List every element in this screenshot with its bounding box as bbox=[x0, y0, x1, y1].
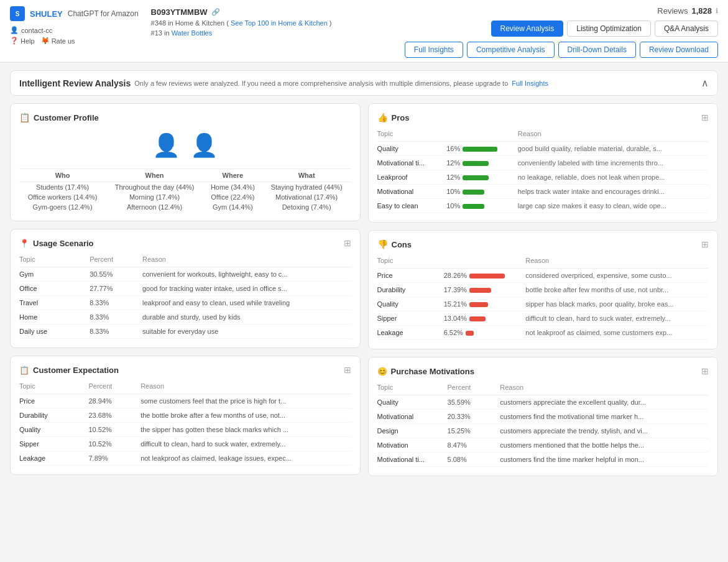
collapse-icon[interactable]: ∧ bbox=[701, 77, 709, 89]
motivations-grid-icon[interactable]: ⊞ bbox=[701, 366, 709, 376]
exp-cell-percent: 10.52% bbox=[89, 437, 141, 451]
profile-icon: 📋 bbox=[19, 113, 30, 122]
rank1-link[interactable]: See Top 100 in Home & Kitchen bbox=[231, 19, 328, 27]
usage-cell-topic: Home bbox=[19, 310, 90, 325]
male-avatar: 👤 bbox=[152, 132, 180, 159]
expectation-grid-icon[interactable]: ⊞ bbox=[344, 365, 351, 375]
profile-cell: Morning (17.4%) bbox=[106, 192, 203, 202]
tab-review-analysis[interactable]: Review Analysis bbox=[491, 21, 564, 37]
product-info: B093YTMMBW 🔗 #348 in Home & Kitchen ( Se… bbox=[151, 6, 392, 37]
pros-topic: Motivational ti... bbox=[377, 156, 447, 170]
usage-table: Topic Percent Reason Gym30.55%convenient… bbox=[19, 253, 351, 339]
pros-percent-bar: 10% bbox=[446, 185, 518, 199]
expectation-icon: 📋 bbox=[19, 366, 29, 375]
help-link[interactable]: ❓ Help bbox=[10, 37, 35, 45]
customer-expectation-card: 📋 Customer Expectation ⊞ Topic Percent R… bbox=[10, 356, 361, 475]
exp-col-reason: Reason bbox=[141, 380, 351, 394]
profile-cell: Office workers (14.4%) bbox=[19, 192, 106, 202]
mot-cell-topic: Motivational ti... bbox=[377, 453, 448, 467]
usage-cell-percent: 30.55% bbox=[90, 267, 142, 282]
pros-reason: conveniently labeled with time increment… bbox=[518, 156, 709, 170]
female-avatar: 👤 bbox=[190, 132, 218, 159]
pros-topic: Quality bbox=[377, 142, 447, 156]
secondary-tabs: Full Insights Competitive Analysis Drill… bbox=[405, 42, 718, 58]
profile-table: Who When Where What Students (17.4%)Thro… bbox=[19, 168, 351, 212]
tab-drill-down-details[interactable]: Drill-Down Details bbox=[558, 42, 636, 58]
usage-cell-reason: durable and sturdy, used by kids bbox=[142, 310, 351, 325]
pros-grid-icon[interactable]: ⊞ bbox=[701, 113, 709, 122]
motivations-row: Motivational20.33%customers find the mot… bbox=[377, 410, 709, 424]
upgrade-link[interactable]: Full Insights bbox=[512, 80, 548, 87]
mot-cell-percent: 5.08% bbox=[448, 453, 500, 467]
pros-table: Topic Reason Quality16%good build qualit… bbox=[377, 127, 709, 213]
mot-cell-reason: customers find the motivational time mar… bbox=[500, 410, 709, 424]
user-info: 👤 contact-cc bbox=[10, 26, 139, 34]
col-when: When bbox=[106, 169, 203, 182]
pros-percent-bar: 12% bbox=[446, 170, 518, 185]
motivations-title: Purchase Motivations bbox=[391, 367, 474, 376]
expectation-row: Price28.94%some customers feel that the … bbox=[19, 394, 351, 408]
exp-cell-percent: 28.94% bbox=[89, 394, 141, 408]
logo-area: S SHULEY ChatGPT for Amazon 👤 contact-cc… bbox=[10, 6, 139, 45]
usage-row: Gym30.55%convenient for workouts, lightw… bbox=[19, 267, 351, 282]
mot-col-reason: Reason bbox=[500, 381, 709, 395]
tab-listing-optimization[interactable]: Listing Optimization bbox=[567, 21, 651, 37]
info-icon[interactable]: ℹ bbox=[716, 7, 718, 15]
cons-topic: Price bbox=[377, 269, 444, 283]
pros-row: Motivational ti...12%conveniently labele… bbox=[377, 156, 709, 170]
cons-grid-icon[interactable]: ⊞ bbox=[701, 239, 709, 249]
rate-link[interactable]: 🦊 Rate us bbox=[41, 37, 75, 45]
tab-full-insights[interactable]: Full Insights bbox=[405, 42, 463, 58]
exp-cell-reason: some customers feel that the price is hi… bbox=[141, 394, 351, 408]
tab-qa-analysis[interactable]: Q&A Analysis bbox=[655, 21, 718, 37]
reviews-label: Reviews bbox=[657, 6, 688, 16]
left-column: 📋 Customer Profile 👤 👤 Who When Where Wh… bbox=[10, 103, 361, 476]
mot-cell-percent: 20.33% bbox=[448, 410, 500, 424]
cons-reason: bottle broke after few months of use, no… bbox=[525, 283, 709, 297]
usage-cell-topic: Daily use bbox=[19, 325, 90, 339]
rank2-link[interactable]: Water Bottles bbox=[172, 29, 213, 37]
cons-col-reason: Reason bbox=[525, 254, 709, 269]
cons-reason: not leakproof as claimed, some customers… bbox=[525, 326, 709, 340]
cons-topic: Durability bbox=[377, 283, 444, 297]
usage-row: Office27.77%good for tracking water inta… bbox=[19, 282, 351, 296]
expectation-row: Leakage7.89%not leakproof as claimed, le… bbox=[19, 451, 351, 466]
profile-cell: Staying hydrated (44%) bbox=[262, 182, 351, 193]
exp-cell-topic: Quality bbox=[19, 423, 89, 437]
cons-topic: Sipper bbox=[377, 311, 444, 326]
profile-cell: Afternoon (12.4%) bbox=[106, 202, 203, 212]
usage-col-reason: Reason bbox=[142, 253, 351, 267]
cons-reason: sipper has black marks, poor quality, br… bbox=[525, 297, 709, 311]
usage-cell-percent: 8.33% bbox=[90, 310, 142, 325]
mot-col-percent: Percent bbox=[448, 381, 500, 395]
mot-cell-percent: 15.25% bbox=[448, 424, 500, 438]
rank1: #348 in Home & Kitchen ( See Top 100 in … bbox=[151, 19, 392, 27]
mot-cell-percent: 35.59% bbox=[448, 395, 500, 410]
pros-reason: large cap size makes it easy to clean, w… bbox=[518, 199, 709, 213]
customer-profile-card: 📋 Customer Profile 👤 👤 Who When Where Wh… bbox=[10, 103, 361, 221]
pros-title: Pros bbox=[392, 113, 410, 122]
cons-row: Price28.26%considered overpriced, expens… bbox=[377, 269, 709, 283]
reviews-nav: Reviews 1,828 ℹ Review Analysis Listing … bbox=[405, 6, 718, 58]
usage-grid-icon[interactable]: ⊞ bbox=[344, 238, 351, 248]
mot-cell-reason: customers appreciate the trendy, stylish… bbox=[500, 424, 709, 438]
cons-row: Sipper13.04%difficult to clean, hard to … bbox=[377, 311, 709, 326]
cons-row: Quality15.21%sipper has black marks, poo… bbox=[377, 297, 709, 311]
reviews-count: 1,828 bbox=[691, 6, 712, 16]
header: S SHULEY ChatGPT for Amazon 👤 contact-cc… bbox=[0, 0, 728, 63]
usage-cell-topic: Gym bbox=[19, 267, 90, 282]
usage-row: Travel8.33%leakproof and easy to clean, … bbox=[19, 296, 351, 310]
tab-competitive-analysis[interactable]: Competitive Analysis bbox=[467, 42, 555, 58]
pros-row: Quality16%good build quality, reliable m… bbox=[377, 142, 709, 156]
expectation-row: Durability23.68%the bottle broke after a… bbox=[19, 408, 351, 423]
analysis-grid: 📋 Customer Profile 👤 👤 Who When Where Wh… bbox=[10, 103, 718, 476]
profile-cell: Students (17.4%) bbox=[19, 182, 106, 193]
pros-row: Motivational10%helps track water intake … bbox=[377, 185, 709, 199]
tab-review-download[interactable]: Review Download bbox=[640, 42, 718, 58]
exp-cell-percent: 23.68% bbox=[89, 408, 141, 423]
pros-row: Leakproof12%no leakage, reliable, does n… bbox=[377, 170, 709, 185]
profile-cell: Throughout the day (44%) bbox=[106, 182, 203, 193]
usage-title: Usage Scenario bbox=[33, 239, 94, 248]
external-link-icon[interactable]: 🔗 bbox=[211, 8, 220, 16]
motivations-row: Design15.25%customers appreciate the tre… bbox=[377, 424, 709, 438]
